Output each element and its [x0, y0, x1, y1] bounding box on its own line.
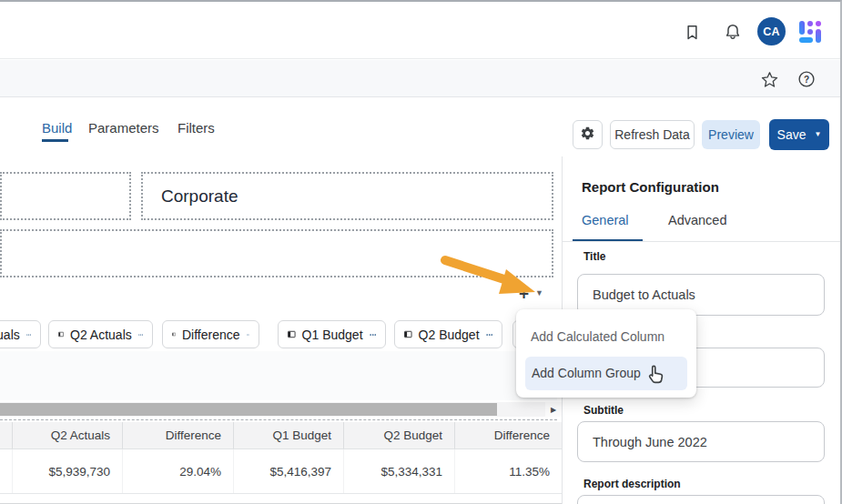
tab-advanced[interactable]: Advanced	[668, 213, 727, 227]
bookmark-icon[interactable]	[680, 20, 704, 44]
favorite-star-icon[interactable]	[758, 68, 780, 90]
save-dropdown-caret-icon[interactable]: ▼	[815, 131, 822, 138]
panel-title: Report Configuration	[582, 179, 719, 195]
report-preview-table: Q2 Actuals Difference Q1 Budget Q2 Budge…	[0, 422, 562, 494]
table-row: $5,939,730 29.04% $5,416,397 $5,334,331 …	[0, 449, 562, 494]
column-chip-q2-actuals[interactable]: Q2 Actuals	[48, 320, 153, 348]
column-chip-q1-budget[interactable]: Q1 Budget	[278, 320, 386, 348]
column-chip-q1-actuals[interactable]: Q1 Actuals	[0, 320, 41, 348]
chip-menu-icon[interactable]	[26, 333, 31, 337]
tab-build-underline	[42, 139, 68, 142]
table-header-cell: Q2 Actuals	[12, 422, 122, 449]
table-header-cell: Difference	[454, 422, 562, 449]
table-header-cell: Q2 Budget	[343, 422, 454, 449]
preview-button[interactable]: Preview	[702, 120, 760, 149]
help-icon[interactable]: ?	[796, 68, 817, 90]
annotation-arrow	[437, 254, 539, 301]
user-avatar[interactable]: CA	[757, 17, 786, 45]
scroll-right-arrow-icon: ▶	[551, 406, 556, 414]
tab-general[interactable]: General	[582, 213, 629, 227]
chip-menu-icon[interactable]	[370, 333, 376, 337]
report-builder-window: CA	[0, 0, 842, 504]
page-header-bar: ?	[0, 60, 840, 97]
column-chip-q2-budget[interactable]: Q2 Budget	[394, 320, 502, 348]
tab-parameters[interactable]: Parameters	[88, 120, 159, 136]
subtitle-field-label: Subtitle	[583, 404, 624, 417]
scrollbar-thumb[interactable]	[0, 403, 497, 416]
top-app-bar: CA	[0, 2, 840, 59]
table-cell: 29.04%	[122, 449, 233, 493]
chip-menu-icon[interactable]	[486, 333, 492, 337]
gear-icon	[580, 126, 595, 144]
table-cell: $5,334,331	[343, 449, 454, 493]
table-header-cell: Difference	[122, 422, 233, 449]
report-header-box[interactable]: Corporate	[141, 172, 553, 220]
panel-tabs-divider	[563, 241, 840, 242]
app-grid-icon[interactable]	[796, 18, 824, 45]
mouse-cursor-hand-icon	[643, 362, 668, 391]
report-header-text: Corporate	[143, 174, 552, 218]
table-cell: 11.35%	[454, 449, 562, 493]
table-header-row: Q2 Actuals Difference Q1 Budget Q2 Budge…	[0, 422, 562, 449]
column-icon	[288, 328, 296, 340]
chip-menu-icon[interactable]	[138, 333, 143, 337]
table-cell: $5,416,397	[233, 449, 343, 493]
table-header-cell	[0, 422, 12, 449]
column-icon	[172, 328, 176, 340]
tab-filters[interactable]: Filters	[178, 120, 215, 136]
scroll-right-button[interactable]: ▶	[545, 402, 562, 417]
notifications-bell-icon[interactable]	[721, 20, 745, 44]
report-description-label: Report description	[583, 478, 681, 490]
svg-text:?: ?	[804, 75, 809, 85]
report-description-input[interactable]	[577, 495, 825, 504]
settings-gear-button[interactable]	[573, 120, 603, 149]
save-button[interactable]: Save ▼	[769, 119, 829, 150]
column-chip-difference-1[interactable]: Difference	[162, 320, 259, 348]
title-field-label: Title	[583, 250, 605, 263]
column-icon	[58, 328, 64, 340]
canvas-dashed-divider	[0, 419, 557, 420]
column-icon	[404, 328, 412, 340]
chip-menu-icon[interactable]	[247, 333, 249, 337]
table-cell: $5,939,730	[12, 449, 122, 493]
tab-build[interactable]: Build	[42, 120, 72, 136]
table-cell	[0, 449, 12, 493]
refresh-data-button[interactable]: Refresh Data	[610, 120, 695, 149]
report-logo-placeholder[interactable]	[0, 172, 131, 220]
horizontal-scrollbar[interactable]: ▶	[0, 402, 562, 417]
report-rows-area	[0, 351, 557, 400]
add-column-dropdown-menu: Add Calculated Column Add Column Group	[516, 309, 696, 398]
menu-item-add-calculated-column[interactable]: Add Calculated Column	[516, 320, 696, 353]
save-button-label: Save	[777, 127, 806, 142]
table-header-cell: Q1 Budget	[233, 422, 343, 449]
subtitle-input[interactable]	[577, 421, 825, 462]
